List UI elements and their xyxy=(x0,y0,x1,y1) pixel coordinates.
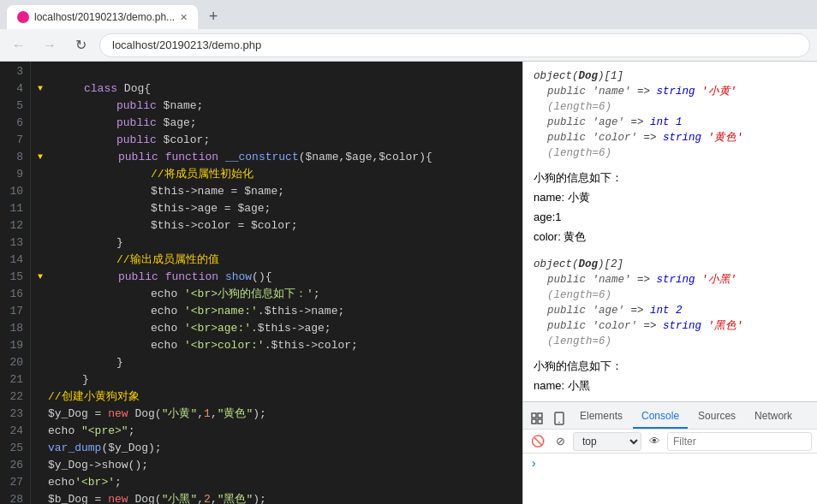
obj-prop: public 'color' => string '黑色' (length=6) xyxy=(534,318,807,349)
obj-prop: public 'color' => string '黄色' (length=6) xyxy=(534,130,807,161)
address-input[interactable] xyxy=(99,33,810,57)
svg-rect-0 xyxy=(532,413,536,418)
devtools-inspect-icon[interactable] xyxy=(527,408,547,429)
tab-sources[interactable]: Sources xyxy=(689,405,744,429)
obj-title: object(Dog)[1] xyxy=(534,68,807,84)
code-line: echo '<br>age:'.$this->age; xyxy=(38,320,516,337)
code-line: ▼ public function __construct($name,$age… xyxy=(38,149,516,166)
obj-prop: public 'age' => int 2 xyxy=(534,303,807,318)
forward-button[interactable]: → xyxy=(38,33,62,57)
address-bar: ← → ↻ xyxy=(0,29,817,62)
new-tab-button[interactable]: + xyxy=(201,5,225,29)
plain-output-line: color: 黄色 xyxy=(534,228,807,245)
code-line: public $age; xyxy=(38,115,516,132)
plain-output-line: 小狗的信息如下： xyxy=(534,358,807,374)
code-line: } xyxy=(38,354,516,371)
tab-elements[interactable]: Elements xyxy=(571,405,631,429)
plain-output-line: name: 小黑 xyxy=(534,377,807,394)
console-prompt[interactable]: › xyxy=(530,457,810,471)
code-line: echo "<pre>"; xyxy=(38,423,516,440)
code-line: $this->age = $age; xyxy=(38,200,516,217)
context-select[interactable]: top xyxy=(573,432,641,451)
tab-network[interactable]: Network xyxy=(746,405,801,429)
tab-label: localhost/20190213/demo.ph... xyxy=(34,11,175,23)
code-line: $y_Dog->show(); xyxy=(38,457,516,474)
code-line: echo '<br>name:'.$this->name; xyxy=(38,303,516,320)
tab-console[interactable]: Console xyxy=(633,405,688,429)
console-area: › xyxy=(523,454,817,504)
code-line: public $name; xyxy=(38,98,516,115)
line-numbers: 3456789101112131415161718192021222324252… xyxy=(0,62,31,504)
console-arrow-icon: › xyxy=(530,457,537,471)
obj-prop: public 'name' => string '小黄' (length=6) xyxy=(534,84,807,115)
svg-point-5 xyxy=(558,422,560,424)
code-line: $b_Dog = new Dog("小黑",2,"黑色"); xyxy=(38,491,516,504)
devtools-toolbar: 🚫 ⊘ top 👁 xyxy=(523,430,817,454)
eye-icon[interactable]: 👁 xyxy=(645,432,664,451)
code-line: echo '<br>color:'.$this->color; xyxy=(38,337,516,354)
code-line: //输出成员属性的值 xyxy=(38,252,516,269)
code-area: 3456789101112131415161718192021222324252… xyxy=(0,62,522,504)
svg-rect-1 xyxy=(538,413,542,418)
code-lines: ▼ class Dog{public $name;public $age;pub… xyxy=(31,62,522,504)
code-line: //将成员属性初始化 xyxy=(38,166,516,183)
code-line: } xyxy=(38,234,516,252)
code-line: $this->color = $color; xyxy=(38,217,516,234)
active-tab[interactable]: localhost/20190213/demo.ph... ✕ xyxy=(7,5,198,29)
code-line: $this->name = $name; xyxy=(38,183,516,200)
code-line: public $color; xyxy=(38,132,516,149)
code-line: var_dump($y_Dog); xyxy=(38,440,516,457)
tab-close-button[interactable]: ✕ xyxy=(180,12,188,23)
code-line: ▼ public function show(){ xyxy=(38,269,516,286)
tab-favicon xyxy=(17,11,29,23)
main-content: 3456789101112131415161718192021222324252… xyxy=(0,62,817,504)
browser-panel: object(Dog)[1]public 'name' => string '小… xyxy=(522,62,817,504)
code-line: ▼ class Dog{ xyxy=(38,80,516,98)
devtools-mobile-icon[interactable] xyxy=(549,408,570,429)
devtools-panel: Elements Console Sources Network 🚫 ⊘ top… xyxy=(523,401,817,504)
code-line: //创建小黄狗对象 xyxy=(38,388,516,406)
code-line: $y_Dog = new Dog("小黄",1,"黄色"); xyxy=(38,406,516,423)
browser-chrome: localhost/20190213/demo.ph... ✕ + ← → ↻ xyxy=(0,0,817,62)
output-area: object(Dog)[1]public 'name' => string '小… xyxy=(523,62,817,401)
plain-output-line: age:1 xyxy=(534,209,807,225)
svg-rect-2 xyxy=(532,419,536,424)
obj-prop: public 'name' => string '小黑' (length=6) xyxy=(534,272,807,303)
reload-button[interactable]: ↻ xyxy=(69,33,92,57)
code-line: echo '<br>小狗的信息如下：'; xyxy=(38,286,516,303)
code-line xyxy=(38,63,516,80)
code-line: echo'<br>'; xyxy=(38,474,516,491)
plain-output-line: 小狗的信息如下： xyxy=(534,169,807,186)
code-panel: 3456789101112131415161718192021222324252… xyxy=(0,62,522,504)
svg-rect-3 xyxy=(538,419,542,424)
devtools-tabs: Elements Console Sources Network xyxy=(523,402,817,430)
obj-prop: public 'age' => int 1 xyxy=(534,115,807,130)
filter-input[interactable] xyxy=(667,432,812,451)
code-line: } xyxy=(38,371,516,388)
console-filter-button[interactable]: ⊘ xyxy=(551,432,570,451)
obj-title: object(Dog)[2] xyxy=(534,257,807,272)
plain-output-line: name: 小黄 xyxy=(534,189,807,205)
tab-bar: localhost/20190213/demo.ph... ✕ + xyxy=(0,0,817,29)
console-clear-button[interactable]: 🚫 xyxy=(528,432,547,451)
back-button[interactable]: ← xyxy=(7,33,31,57)
